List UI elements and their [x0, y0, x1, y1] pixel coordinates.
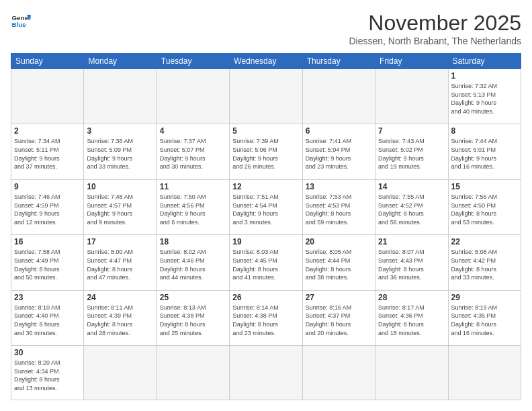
day-info: Sunrise: 7:53 AM Sunset: 4:53 PM Dayligh… — [306, 193, 372, 226]
day-number: 27 — [306, 293, 372, 302]
day-info: Sunrise: 7:39 AM Sunset: 5:06 PM Dayligh… — [232, 137, 299, 171]
logo: General Blue — [11, 11, 31, 31]
weekday-header-row: Sunday Monday Tuesday Wednesday Thursday… — [11, 54, 521, 69]
day-info: Sunrise: 7:46 AM Sunset: 4:59 PM Dayligh… — [14, 193, 81, 226]
table-row: 6Sunrise: 7:41 AM Sunset: 5:04 PM Daylig… — [302, 124, 375, 179]
day-info: Sunrise: 7:48 AM Sunset: 4:57 PM Dayligh… — [87, 193, 153, 226]
table-row: 23Sunrise: 8:10 AM Sunset: 4:40 PM Dayli… — [11, 290, 84, 345]
day-info: Sunrise: 8:14 AM Sunset: 4:38 PM Dayligh… — [232, 304, 299, 337]
header-saturday: Saturday — [448, 54, 521, 69]
table-row: 20Sunrise: 8:05 AM Sunset: 4:44 PM Dayli… — [302, 235, 375, 290]
day-info: Sunrise: 7:44 AM Sunset: 5:01 PM Dayligh… — [451, 137, 518, 171]
table-row: 2Sunrise: 7:34 AM Sunset: 5:11 PM Daylig… — [11, 124, 84, 179]
header-monday: Monday — [84, 54, 157, 69]
table-row: 1Sunrise: 7:32 AM Sunset: 5:13 PM Daylig… — [448, 69, 521, 124]
table-row: 11Sunrise: 7:50 AM Sunset: 4:56 PM Dayli… — [157, 179, 229, 234]
day-number: 18 — [160, 237, 226, 246]
table-row — [375, 69, 448, 124]
table-row: 7Sunrise: 7:43 AM Sunset: 5:02 PM Daylig… — [375, 124, 448, 179]
day-info: Sunrise: 7:32 AM Sunset: 5:13 PM Dayligh… — [451, 82, 518, 116]
day-number: 3 — [87, 126, 153, 136]
table-row: 9Sunrise: 7:46 AM Sunset: 4:59 PM Daylig… — [11, 179, 84, 234]
day-number: 8 — [451, 126, 518, 136]
table-row — [230, 346, 302, 400]
header-wednesday: Wednesday — [230, 54, 302, 69]
day-info: Sunrise: 8:16 AM Sunset: 4:37 PM Dayligh… — [306, 304, 372, 337]
table-row: 19Sunrise: 8:03 AM Sunset: 4:45 PM Dayli… — [230, 235, 302, 290]
day-info: Sunrise: 8:20 AM Sunset: 4:34 PM Dayligh… — [14, 359, 81, 392]
day-number: 26 — [232, 293, 299, 302]
table-row: 27Sunrise: 8:16 AM Sunset: 4:37 PM Dayli… — [302, 290, 375, 345]
day-number: 6 — [306, 126, 372, 136]
table-row — [230, 69, 302, 124]
calendar-subtitle: Diessen, North Brabant, The Netherlands — [349, 36, 521, 46]
table-row: 12Sunrise: 7:51 AM Sunset: 4:54 PM Dayli… — [230, 179, 302, 234]
table-row — [302, 69, 375, 124]
table-row — [375, 346, 448, 400]
day-info: Sunrise: 7:34 AM Sunset: 5:11 PM Dayligh… — [14, 137, 81, 171]
day-number: 15 — [451, 182, 518, 191]
header-thursday: Thursday — [302, 54, 375, 69]
day-info: Sunrise: 8:11 AM Sunset: 4:39 PM Dayligh… — [87, 304, 153, 337]
table-row — [84, 69, 157, 124]
day-info: Sunrise: 7:36 AM Sunset: 5:09 PM Dayligh… — [87, 137, 153, 171]
day-number: 4 — [160, 126, 226, 136]
table-row: 10Sunrise: 7:48 AM Sunset: 4:57 PM Dayli… — [84, 179, 157, 234]
table-row: 22Sunrise: 8:08 AM Sunset: 4:42 PM Dayli… — [448, 235, 521, 290]
svg-text:Blue: Blue — [12, 21, 27, 28]
day-info: Sunrise: 7:50 AM Sunset: 4:56 PM Dayligh… — [160, 193, 226, 226]
day-number: 1 — [451, 71, 518, 81]
day-number: 22 — [451, 237, 518, 246]
calendar-table: Sunday Monday Tuesday Wednesday Thursday… — [11, 53, 521, 400]
day-number: 5 — [232, 126, 299, 136]
day-info: Sunrise: 8:17 AM Sunset: 4:36 PM Dayligh… — [378, 304, 445, 337]
day-number: 28 — [378, 293, 445, 302]
day-number: 11 — [160, 182, 226, 191]
header-sunday: Sunday — [11, 54, 84, 69]
day-number: 2 — [14, 126, 81, 136]
day-number: 29 — [451, 293, 518, 302]
day-info: Sunrise: 8:00 AM Sunset: 4:47 PM Dayligh… — [87, 248, 153, 281]
table-row — [84, 346, 157, 400]
page: General Blue November 2025 Diessen, Nort… — [0, 0, 532, 411]
table-row: 3Sunrise: 7:36 AM Sunset: 5:09 PM Daylig… — [84, 124, 157, 179]
day-number: 14 — [378, 182, 445, 191]
day-info: Sunrise: 8:10 AM Sunset: 4:40 PM Dayligh… — [14, 304, 81, 337]
day-info: Sunrise: 7:41 AM Sunset: 5:04 PM Dayligh… — [306, 137, 372, 171]
table-row: 15Sunrise: 7:56 AM Sunset: 4:50 PM Dayli… — [448, 179, 521, 234]
day-number: 23 — [14, 293, 81, 302]
day-number: 12 — [232, 182, 299, 191]
table-row — [448, 346, 521, 400]
table-row — [157, 69, 229, 124]
header: General Blue November 2025 Diessen, Nort… — [11, 11, 521, 46]
table-row: 28Sunrise: 8:17 AM Sunset: 4:36 PM Dayli… — [375, 290, 448, 345]
day-number: 24 — [87, 293, 153, 302]
table-row: 5Sunrise: 7:39 AM Sunset: 5:06 PM Daylig… — [230, 124, 302, 179]
table-row: 13Sunrise: 7:53 AM Sunset: 4:53 PM Dayli… — [302, 179, 375, 234]
day-number: 19 — [232, 237, 299, 246]
day-number: 25 — [160, 293, 226, 302]
day-number: 20 — [306, 237, 372, 246]
table-row: 25Sunrise: 8:13 AM Sunset: 4:38 PM Dayli… — [157, 290, 229, 345]
table-row: 16Sunrise: 7:58 AM Sunset: 4:49 PM Dayli… — [11, 235, 84, 290]
day-number: 13 — [306, 182, 372, 191]
day-info: Sunrise: 7:55 AM Sunset: 4:52 PM Dayligh… — [378, 193, 445, 226]
table-row: 30Sunrise: 8:20 AM Sunset: 4:34 PM Dayli… — [11, 346, 84, 400]
day-number: 10 — [87, 182, 153, 191]
day-info: Sunrise: 8:19 AM Sunset: 4:35 PM Dayligh… — [451, 304, 518, 337]
table-row — [157, 346, 229, 400]
day-number: 17 — [87, 237, 153, 246]
day-info: Sunrise: 7:43 AM Sunset: 5:02 PM Dayligh… — [378, 137, 445, 171]
table-row — [302, 346, 375, 400]
header-tuesday: Tuesday — [157, 54, 229, 69]
table-row: 17Sunrise: 8:00 AM Sunset: 4:47 PM Dayli… — [84, 235, 157, 290]
day-info: Sunrise: 8:08 AM Sunset: 4:42 PM Dayligh… — [451, 248, 518, 281]
table-row: 21Sunrise: 8:07 AM Sunset: 4:43 PM Dayli… — [375, 235, 448, 290]
day-info: Sunrise: 8:07 AM Sunset: 4:43 PM Dayligh… — [378, 248, 445, 281]
day-number: 16 — [14, 237, 81, 246]
header-friday: Friday — [375, 54, 448, 69]
table-row: 29Sunrise: 8:19 AM Sunset: 4:35 PM Dayli… — [448, 290, 521, 345]
day-info: Sunrise: 7:58 AM Sunset: 4:49 PM Dayligh… — [14, 248, 81, 281]
table-row: 8Sunrise: 7:44 AM Sunset: 5:01 PM Daylig… — [448, 124, 521, 179]
day-info: Sunrise: 8:13 AM Sunset: 4:38 PM Dayligh… — [160, 304, 226, 337]
